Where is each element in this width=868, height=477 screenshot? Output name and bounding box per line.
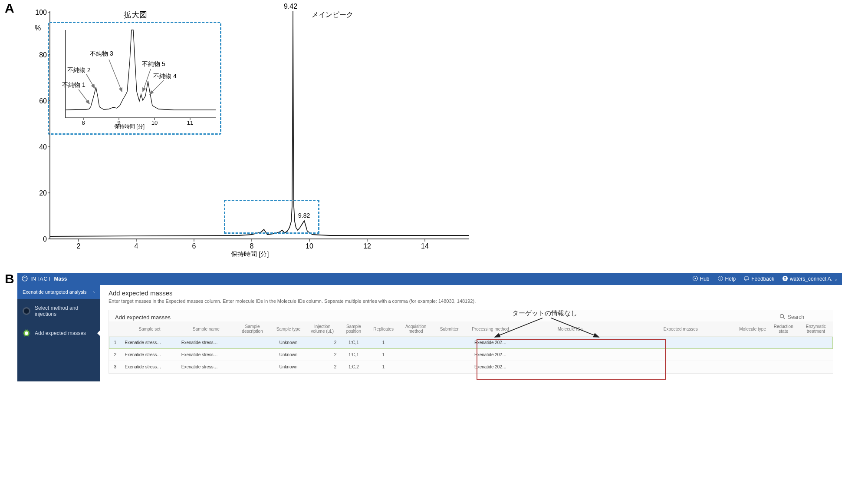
table-header-row: Sample set Sample name Sample descriptio… xyxy=(109,321,833,337)
col-samplename[interactable]: Sample name xyxy=(178,321,234,337)
table-cell xyxy=(234,337,270,349)
table-cell: Exenatide stress… xyxy=(121,349,178,361)
svg-line-53 xyxy=(783,318,785,319)
sidebar: Exenatide untargeted analysis › Select m… xyxy=(17,285,100,381)
breadcrumb[interactable]: Exenatide untargeted analysis › xyxy=(17,285,100,299)
col-moltype[interactable]: Molecule type xyxy=(737,321,768,337)
nav-user-label: waters_connect A. xyxy=(790,276,832,282)
table-cell xyxy=(234,349,270,361)
col-molids[interactable]: Molecule IDs xyxy=(516,321,624,337)
svg-line-41 xyxy=(109,60,122,92)
col-replicates[interactable]: Replicates xyxy=(369,321,398,337)
page-heading: Add expected masses xyxy=(108,289,833,297)
step-add-expected-masses[interactable]: Add expected masses xyxy=(17,323,100,343)
waters-logo-icon xyxy=(22,275,28,283)
impurity-4-label: 不純物 4 xyxy=(153,73,177,80)
svg-text:4: 4 xyxy=(135,242,138,250)
col-expmasses[interactable]: Expected masses xyxy=(624,321,737,337)
col-sampletype[interactable]: Sample type xyxy=(270,321,306,337)
svg-text:6: 6 xyxy=(192,242,196,250)
table-cell: 2 xyxy=(306,361,338,373)
app-title: INTACT Mass xyxy=(22,275,67,283)
search-input[interactable] xyxy=(788,314,827,320)
col-submitter[interactable]: Submitter xyxy=(434,321,465,337)
col-sampledesc[interactable]: Sample description xyxy=(234,321,270,337)
step-select-method[interactable]: Select method and injections xyxy=(17,299,100,323)
table-cell xyxy=(799,361,833,373)
panel-b: INTACT Mass Hub ? Help Feedback waters_c… xyxy=(17,273,842,381)
svg-text:8: 8 xyxy=(82,119,85,126)
feedback-icon xyxy=(743,275,750,283)
svg-rect-49 xyxy=(744,277,749,280)
svg-text:8: 8 xyxy=(250,242,254,250)
table-cell xyxy=(768,349,799,361)
svg-text:60: 60 xyxy=(39,97,47,105)
zoom-region-box xyxy=(224,200,319,234)
search-box[interactable] xyxy=(779,314,827,321)
nav-feedback-label: Feedback xyxy=(751,276,774,282)
inset-chromatogram: 8 9 10 11 xyxy=(53,26,219,132)
col-samplepos[interactable]: Sample position xyxy=(338,321,369,337)
nav-user[interactable]: waters_connect A. ⌄ xyxy=(782,275,838,283)
svg-text:10: 10 xyxy=(306,242,313,250)
red-highlight-box xyxy=(477,339,666,380)
table-cell xyxy=(799,349,833,361)
table-cell: Exenatide stress… xyxy=(178,337,234,349)
svg-text:40: 40 xyxy=(39,143,47,151)
svg-text:100: 100 xyxy=(35,9,47,16)
table-cell: 1:C,2 xyxy=(338,361,369,373)
table-cell: 2 xyxy=(306,337,338,349)
col-sampleset[interactable]: Sample set xyxy=(121,321,178,337)
svg-point-46 xyxy=(694,278,696,279)
svg-text:11: 11 xyxy=(187,119,193,126)
table-cell xyxy=(398,349,434,361)
table-cell xyxy=(234,361,270,373)
col-redstate[interactable]: Reduction state xyxy=(768,321,799,337)
brand-intact: INTACT xyxy=(30,276,51,282)
col-procmethod[interactable]: Processing method xyxy=(465,321,516,337)
col-acqmethod[interactable]: Acquisition method xyxy=(398,321,434,337)
svg-line-39 xyxy=(79,89,89,104)
page-subtext: Enter target masses in the Expected mass… xyxy=(108,298,833,304)
table-cell xyxy=(398,337,434,349)
col-injvol[interactable]: Injection volume (uL) xyxy=(306,321,338,337)
brand-mass: Mass xyxy=(54,276,67,282)
col-enzymatic[interactable]: Enzymatic treatment xyxy=(799,321,833,337)
table-wrap: Add expected masses xyxy=(108,310,833,374)
table-row[interactable]: 2Exenatide stress…Exenatide stress…Unkno… xyxy=(109,349,833,361)
annotation-no-target: ターゲットの情報なし xyxy=(512,309,577,318)
nav-feedback[interactable]: Feedback xyxy=(743,275,774,283)
svg-point-51 xyxy=(784,277,786,278)
panel-a-label: A xyxy=(5,1,14,16)
table-cell: Exenatide stress… xyxy=(121,361,178,373)
table-cell: Exenatide stress… xyxy=(178,361,234,373)
svg-text:%: % xyxy=(35,24,41,32)
table-cell: Exenatide stress… xyxy=(121,337,178,349)
app-header: INTACT Mass Hub ? Help Feedback waters_c… xyxy=(17,273,842,285)
table-cell xyxy=(737,337,768,349)
nav-hub[interactable]: Hub xyxy=(692,275,710,283)
table-cell xyxy=(737,349,768,361)
table-cell xyxy=(434,361,465,373)
svg-text:0: 0 xyxy=(43,235,47,243)
svg-text:14: 14 xyxy=(421,242,429,250)
table-cell: 1:C,1 xyxy=(338,349,369,361)
table-cell: Unknown xyxy=(270,361,306,373)
svg-point-52 xyxy=(780,315,784,318)
nav-help[interactable]: ? Help xyxy=(717,275,736,283)
table-title: Add expected masses xyxy=(115,314,171,321)
svg-text:?: ? xyxy=(719,277,721,281)
table-row[interactable]: 3Exenatide stress…Exenatide stress…Unkno… xyxy=(109,361,833,373)
user-icon xyxy=(782,275,788,283)
svg-text:20: 20 xyxy=(39,189,47,197)
hub-icon xyxy=(692,275,698,283)
impurity-5-label: 不純物 5 xyxy=(142,60,165,68)
masses-table: Sample set Sample name Sample descriptio… xyxy=(109,321,833,373)
app-body: Exenatide untargeted analysis › Select m… xyxy=(17,285,842,381)
svg-text:2: 2 xyxy=(77,242,81,250)
impurity-3-label: 不純物 3 xyxy=(90,50,113,58)
main-panel: Add expected masses Enter target masses … xyxy=(100,285,842,381)
table-cell xyxy=(434,337,465,349)
table-cell: 1:C,1 xyxy=(338,337,369,349)
table-row[interactable]: 1Exenatide stress…Exenatide stress…Unkno… xyxy=(109,337,833,349)
